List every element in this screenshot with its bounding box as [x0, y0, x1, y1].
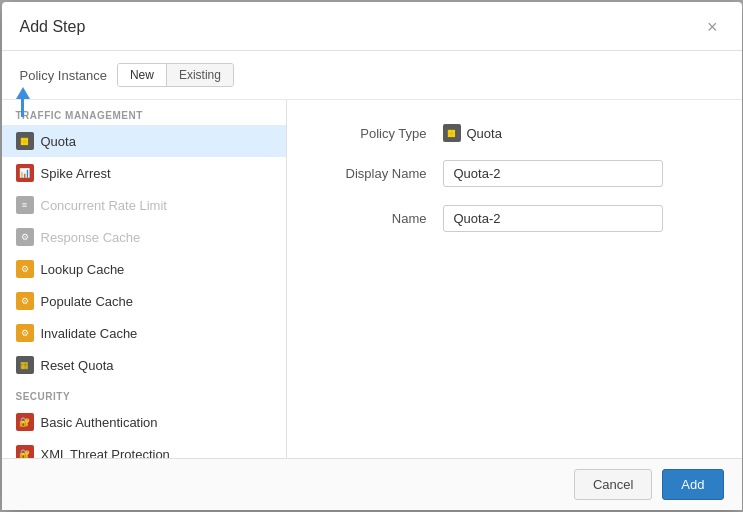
policy-instance-row: Policy Instance New Existing [2, 51, 742, 99]
modal-overlay: Add Step × Policy Instance New Existing [0, 0, 743, 512]
invalidate-cache-label: Invalidate Cache [41, 326, 138, 341]
lookup-cache-icon: ⚙ [16, 260, 34, 278]
lookup-cache-label: Lookup Cache [41, 262, 125, 277]
concurrent-rate-limit-icon: ≡ [16, 196, 34, 214]
list-item-quota[interactable]: ▦ Quota [2, 125, 286, 157]
name-row: Name [317, 205, 712, 232]
response-cache-label: Response Cache [41, 230, 141, 245]
name-label: Name [317, 211, 427, 226]
reset-quota-label: Reset Quota [41, 358, 114, 373]
spike-arrest-icon: 📊 [16, 164, 34, 182]
modal-body: Policy Instance New Existing TRAFFIC MAN… [2, 51, 742, 458]
modal: Add Step × Policy Instance New Existing [2, 2, 742, 510]
new-toggle-button[interactable]: New [118, 64, 167, 86]
close-button[interactable]: × [701, 16, 724, 38]
policy-type-text: Quota [467, 126, 502, 141]
list-item-lookup-cache[interactable]: ⚙ Lookup Cache [2, 253, 286, 285]
left-panel: TRAFFIC MANAGEMENT ▦ Quota 📊 Spike Arres… [2, 100, 287, 458]
name-input[interactable] [443, 205, 663, 232]
modal-header: Add Step × [2, 2, 742, 51]
list-item-reset-quota[interactable]: ▦ Reset Quota [2, 349, 286, 381]
list-item-response-cache: ⚙ Response Cache [2, 221, 286, 253]
policy-type-label: Policy Type [317, 126, 427, 141]
policy-type-value: ▦ Quota [443, 124, 502, 142]
modal-title: Add Step [20, 18, 86, 36]
xml-threat-icon: 🔐 [16, 445, 34, 458]
xml-threat-label: XML Threat Protection [41, 447, 170, 459]
response-cache-icon: ⚙ [16, 228, 34, 246]
arrow-shaft [21, 99, 24, 117]
spike-arrest-label: Spike Arrest [41, 166, 111, 181]
content-area: TRAFFIC MANAGEMENT ▦ Quota 📊 Spike Arres… [2, 99, 742, 458]
existing-toggle-button[interactable]: Existing [167, 64, 233, 86]
invalidate-cache-icon: ⚙ [16, 324, 34, 342]
basic-auth-label: Basic Authentication [41, 415, 158, 430]
policy-instance-toggle-group: New Existing [117, 63, 234, 87]
right-panel: Policy Type ▦ Quota Display Name Name [287, 100, 742, 458]
cancel-button[interactable]: Cancel [574, 469, 652, 500]
list-item-xml-threat[interactable]: 🔐 XML Threat Protection [2, 438, 286, 458]
arrow-head [16, 87, 30, 99]
policy-type-icon: ▦ [443, 124, 461, 142]
quota-label: Quota [41, 134, 76, 149]
list-item-populate-cache[interactable]: ⚙ Populate Cache [2, 285, 286, 317]
traffic-section-label: TRAFFIC MANAGEMENT [2, 100, 286, 125]
quota-icon: ▦ [16, 132, 34, 150]
list-item-basic-auth[interactable]: 🔐 Basic Authentication [2, 406, 286, 438]
list-item-spike-arrest[interactable]: 📊 Spike Arrest [2, 157, 286, 189]
reset-quota-icon: ▦ [16, 356, 34, 374]
arrow-indicator [16, 87, 30, 117]
list-item-invalidate-cache[interactable]: ⚙ Invalidate Cache [2, 317, 286, 349]
concurrent-rate-limit-label: Concurrent Rate Limit [41, 198, 167, 213]
display-name-input[interactable] [443, 160, 663, 187]
policy-instance-label: Policy Instance [20, 68, 107, 83]
security-section-label: SECURITY [2, 381, 286, 406]
policy-type-row: Policy Type ▦ Quota [317, 124, 712, 142]
display-name-label: Display Name [317, 166, 427, 181]
populate-cache-icon: ⚙ [16, 292, 34, 310]
basic-auth-icon: 🔐 [16, 413, 34, 431]
add-button[interactable]: Add [662, 469, 723, 500]
populate-cache-label: Populate Cache [41, 294, 134, 309]
list-item-concurrent-rate-limit: ≡ Concurrent Rate Limit [2, 189, 286, 221]
modal-footer: Cancel Add [2, 458, 742, 510]
display-name-row: Display Name [317, 160, 712, 187]
